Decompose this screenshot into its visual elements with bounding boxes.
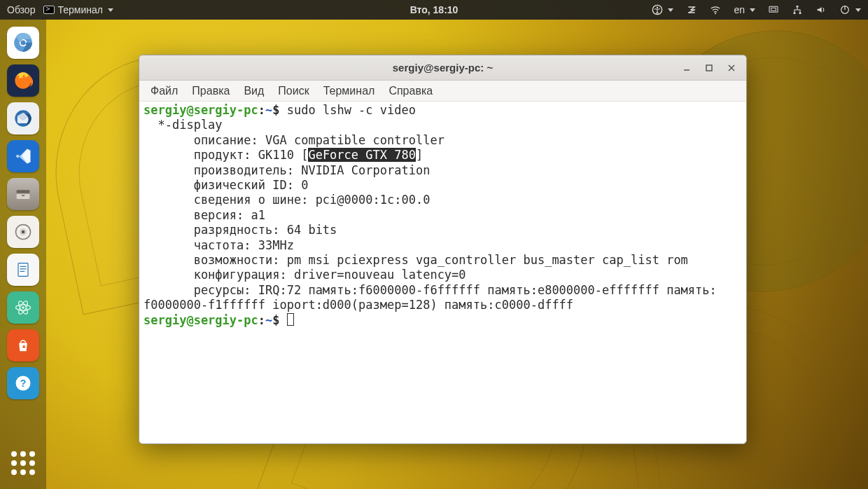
menu-edit[interactable]: Правка — [186, 83, 235, 99]
menu-terminal[interactable]: Терминал — [318, 83, 381, 99]
svg-rect-3 — [769, 6, 778, 12]
chevron-down-icon — [750, 8, 755, 12]
screen-indicator[interactable] — [768, 4, 779, 15]
prompt-path: ~ — [265, 313, 272, 327]
power-icon — [839, 4, 850, 15]
dock-software[interactable] — [7, 329, 39, 361]
svg-rect-16 — [17, 194, 30, 199]
output-line: частота: 33MHz — [144, 238, 294, 252]
terminal-icon — [43, 6, 55, 14]
volume-menu[interactable] — [816, 4, 827, 15]
app-menu-label: Терминал — [57, 4, 102, 15]
output-line: описание: VGA compatible controller — [144, 133, 444, 147]
output-line: возможности: pm msi pciexpress vga_contr… — [144, 253, 688, 267]
output-line: версия: a1 — [144, 208, 265, 222]
terminal-menubar: Файл Правка Вид Поиск Терминал Справка — [139, 81, 746, 102]
terminal-output-area[interactable]: sergiy@sergiy-pc:~$ sudo lshw -c video *… — [139, 102, 746, 443]
menu-view[interactable]: Вид — [238, 83, 270, 99]
shopping-bag-icon — [13, 336, 33, 355]
dock-thunderbird[interactable] — [7, 102, 39, 135]
output-line: производитель: NVIDIA Corporation — [144, 163, 430, 177]
menu-help[interactable]: Справка — [383, 83, 438, 99]
activities-button[interactable]: Обзор — [7, 4, 35, 15]
ethernet-icon — [792, 4, 803, 15]
svg-point-20 — [22, 230, 25, 234]
keyboard-layout-menu[interactable]: en — [734, 4, 755, 15]
accessibility-icon — [652, 4, 663, 15]
prompt-separator: : — [258, 103, 265, 117]
dock-writer[interactable] — [7, 254, 39, 286]
chevron-down-icon — [668, 8, 673, 12]
chevron-down-icon — [855, 8, 861, 12]
window-title: sergiy@sergiy-pc: ~ — [393, 62, 493, 74]
prompt-path: ~ — [265, 103, 272, 117]
vscode-icon — [13, 146, 33, 166]
writer-icon — [13, 260, 33, 280]
menu-search[interactable]: Поиск — [272, 83, 314, 99]
output-line: физический ID: 0 — [144, 178, 308, 192]
network-menu[interactable] — [710, 4, 721, 15]
accessibility-menu[interactable] — [652, 4, 673, 15]
window-titlebar[interactable]: sergiy@sergiy-pc: ~ — [139, 55, 746, 81]
svg-rect-32 — [706, 65, 712, 71]
help-icon: ? — [13, 373, 33, 393]
selected-text: GeForce GTX 780 — [308, 148, 416, 162]
firefox-icon — [13, 71, 33, 90]
wired-network-indicator[interactable] — [792, 4, 803, 15]
prompt-user-host: sergiy@sergiy-pc — [144, 103, 258, 117]
app-menu-button[interactable]: Терминал — [43, 4, 113, 15]
prompt-user-host: sergiy@sergiy-pc — [144, 313, 258, 327]
prompt-symbol: $ — [272, 313, 286, 327]
svg-rect-6 — [794, 12, 796, 14]
atom-icon — [13, 298, 33, 317]
dock-help[interactable]: ? — [7, 367, 39, 399]
terminal-cursor — [287, 313, 294, 326]
dock-chromium[interactable] — [7, 27, 39, 59]
menu-file[interactable]: Файл — [145, 83, 183, 99]
svg-rect-7 — [799, 12, 802, 14]
entered-command: sudo lshw -c video — [287, 103, 416, 117]
window-minimize-button[interactable] — [676, 60, 697, 76]
svg-point-1 — [657, 6, 658, 8]
power-menu[interactable] — [839, 4, 861, 15]
keyboard-layout-label: en — [734, 4, 745, 15]
svg-rect-15 — [17, 190, 30, 193]
output-line: f0000000-f1ffffff ioport:d000(размер=128… — [144, 298, 573, 312]
svg-rect-17 — [22, 195, 25, 196]
output-line: *-display — [144, 118, 223, 132]
prompt-symbol: $ — [272, 103, 286, 117]
volume-icon — [816, 4, 827, 15]
speaker-icon — [13, 222, 33, 242]
svg-rect-21 — [18, 263, 28, 277]
zorin-icon — [686, 4, 697, 15]
output-line: продукт: GK110 [ — [144, 148, 308, 162]
svg-rect-4 — [771, 8, 776, 11]
output-line: конфигурация: driver=nouveau latency=0 — [144, 268, 466, 282]
svg-point-12 — [21, 41, 26, 46]
show-applications-button[interactable] — [7, 447, 39, 479]
dock-firefox[interactable] — [7, 64, 39, 97]
chevron-down-icon — [108, 8, 113, 12]
gnome-dock: ? — [0, 20, 46, 489]
dock-atom[interactable] — [7, 291, 39, 324]
dock-rhythmbox[interactable] — [7, 216, 39, 248]
display-icon — [768, 4, 779, 15]
window-close-button[interactable] — [721, 60, 742, 76]
svg-rect-5 — [797, 6, 799, 8]
zorin-menu[interactable] — [686, 4, 697, 15]
output-line: сведения о шине: pci@0000:1c:00.0 — [144, 193, 430, 207]
output-line: ] — [416, 148, 423, 162]
window-maximize-button[interactable] — [699, 60, 720, 76]
dock-vscode[interactable] — [7, 140, 39, 172]
svg-point-28 — [22, 306, 24, 309]
prompt-separator: : — [258, 313, 265, 327]
terminal-window: sergiy@sergiy-pc: ~ Файл Правка Вид Поис… — [139, 55, 747, 444]
output-line: ресурсы: IRQ:72 память:f6000000-f6ffffff… — [144, 283, 717, 297]
clock-button[interactable]: Вто, 18:10 — [410, 4, 458, 15]
gnome-top-panel: Обзор Терминал Вто, 18:10 en — [0, 0, 868, 20]
svg-text:?: ? — [20, 378, 27, 389]
dock-files[interactable] — [7, 178, 39, 210]
files-icon — [13, 184, 33, 204]
thunderbird-icon — [13, 109, 33, 128]
wifi-icon — [710, 4, 721, 15]
